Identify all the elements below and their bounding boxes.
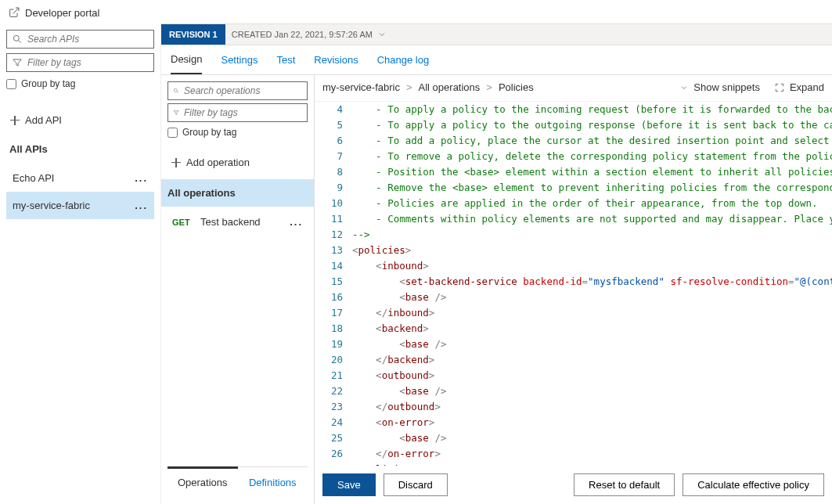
discard-button[interactable]: Discard — [384, 473, 448, 496]
tabs-row: DesignSettingsTestRevisionsChange log — [161, 45, 832, 75]
more-icon[interactable]: ... — [135, 172, 148, 184]
show-snippets-button[interactable]: Show snippets — [679, 81, 760, 93]
external-link-icon — [8, 6, 20, 19]
add-operation-label: Add operation — [186, 157, 250, 168]
expand-label: Expand — [790, 81, 824, 93]
tab-change-log[interactable]: Change log — [377, 46, 430, 74]
chevron-down-icon — [679, 83, 689, 92]
search-icon — [12, 34, 23, 45]
tab-revisions[interactable]: Revisions — [314, 46, 358, 74]
developer-portal-link[interactable]: Developer portal — [0, 0, 832, 23]
all-operations-label: All operations — [167, 187, 236, 199]
filter-operations-input[interactable] — [184, 107, 302, 118]
api-name: my-service-fabric — [13, 200, 90, 211]
all-apis-heading: All APIs — [6, 137, 154, 160]
line-gutter: 4567891011121314151617181920212223242526… — [315, 102, 352, 466]
add-operation-button[interactable]: Add operation — [167, 150, 308, 175]
operation-name: Test backend — [197, 216, 290, 228]
breadcrumb-separator: > — [406, 81, 412, 93]
api-list: Echo API...my-service-fabric... — [6, 164, 154, 219]
group-by-tag-ops-label: Group by tag — [182, 127, 236, 138]
all-operations-item[interactable]: All operations — [161, 179, 314, 207]
filter-apis-input-wrap[interactable] — [6, 53, 154, 72]
tab-design[interactable]: Design — [171, 45, 202, 74]
api-row[interactable]: my-service-fabric... — [6, 192, 154, 219]
http-verb-badge: GET — [172, 218, 197, 227]
breadcrumb-separator: > — [486, 81, 492, 93]
breadcrumb-segment[interactable]: my-service-fabric — [322, 81, 400, 93]
add-api-label: Add API — [25, 114, 62, 126]
group-by-tag-ops-checkbox[interactable] — [167, 128, 178, 138]
expand-icon — [774, 82, 785, 93]
filter-apis-input[interactable] — [27, 57, 149, 68]
api-list-pane: Group by tag Add API All APIs Echo API..… — [0, 23, 161, 504]
search-icon — [173, 85, 179, 96]
revision-badge: REVISION 1 — [161, 24, 225, 45]
calculate-effective-policy-button[interactable]: Calculate effective policy — [683, 473, 824, 496]
revision-bar: REVISION 1 CREATED Jan 22, 2021, 9:57:26… — [161, 23, 832, 45]
svg-point-0 — [13, 35, 19, 41]
revision-created[interactable]: CREATED Jan 22, 2021, 9:57:26 AM — [225, 30, 393, 39]
filter-icon — [12, 57, 23, 68]
code-lines: - To apply a policy to the incoming requ… — [352, 102, 832, 466]
expand-button[interactable]: Expand — [774, 81, 824, 93]
plus-icon — [9, 115, 20, 126]
add-api-button[interactable]: Add API — [6, 108, 154, 132]
operation-item[interactable]: GETTest backend... — [167, 208, 308, 236]
revision-created-label: CREATED Jan 22, 2021, 9:57:26 AM — [232, 30, 373, 39]
group-by-tag-apis[interactable]: Group by tag — [6, 77, 154, 91]
search-apis-input[interactable] — [27, 34, 149, 45]
breadcrumb: my-service-fabric>All operations>Policie… — [322, 81, 534, 93]
tab-settings[interactable]: Settings — [221, 46, 258, 74]
operations-pane: Group by tag Add operation All operation… — [161, 75, 315, 504]
group-by-tag-apis-label: Group by tag — [21, 78, 75, 89]
save-button[interactable]: Save — [322, 473, 376, 496]
tab-operations[interactable]: Operations — [167, 466, 238, 496]
search-operations-input[interactable] — [184, 85, 302, 96]
search-operations-input-wrap[interactable] — [167, 81, 308, 100]
tab-test[interactable]: Test — [276, 46, 295, 74]
group-by-tag-apis-checkbox[interactable] — [6, 79, 16, 89]
filter-operations-input-wrap[interactable] — [167, 103, 308, 122]
chevron-down-icon — [377, 30, 387, 39]
reset-to-default-button[interactable]: Reset to default — [574, 473, 675, 496]
api-name: Echo API — [13, 172, 54, 184]
policy-code-editor[interactable]: 4567891011121314151617181920212223242526… — [315, 101, 832, 466]
svg-point-1 — [174, 88, 177, 92]
group-by-tag-ops[interactable]: Group by tag — [167, 125, 308, 139]
more-icon[interactable]: ... — [290, 216, 303, 228]
more-icon[interactable]: ... — [135, 200, 148, 211]
tab-definitions[interactable]: Definitions — [238, 469, 308, 496]
search-apis-input-wrap[interactable] — [6, 30, 154, 49]
api-row[interactable]: Echo API... — [6, 164, 154, 192]
breadcrumb-segment: Policies — [499, 81, 534, 93]
plus-icon — [171, 157, 182, 168]
developer-portal-label: Developer portal — [25, 7, 99, 19]
policy-editor-pane: my-service-fabric>All operations>Policie… — [315, 75, 832, 504]
filter-icon — [173, 107, 179, 118]
breadcrumb-segment[interactable]: All operations — [419, 81, 481, 93]
show-snippets-label: Show snippets — [693, 81, 760, 93]
